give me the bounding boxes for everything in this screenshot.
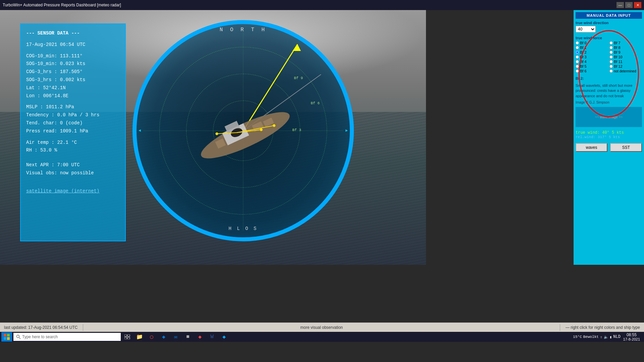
close-button[interactable]: ✕ <box>634 2 641 8</box>
sensor-cog10: COG-10_min: 113.111° <box>26 52 120 60</box>
sensor-tendency: Tendency : 0.0 hPa / 3 hrs <box>26 111 120 119</box>
task-view-button[interactable] <box>122 332 133 342</box>
volume-icon: 🔈 <box>604 335 608 339</box>
system-tray: 15°C Bewolkt ⇧ 🔈 ▮ NLD <box>573 335 620 339</box>
wave-image-placeholder: ~~ wave image ~~ <box>576 107 642 127</box>
waves-button[interactable]: waves <box>576 143 607 152</box>
manual-data-panel: MANUAL DATA INPUT true wind direction 40… <box>574 10 644 265</box>
sensor-sog10: SOG-10_min: 0.023 kts <box>26 60 120 68</box>
taskbar-search-box[interactable]: Type here to search <box>13 333 121 341</box>
sst-button[interactable]: SST <box>610 143 642 152</box>
bf7-option[interactable]: Bf 7 <box>609 41 642 45</box>
sensor-air-temp: Air temp : 22.1 °C <box>26 139 120 147</box>
svg-rect-28 <box>127 337 130 339</box>
radar-area: N O R T H H L O S Bf 9 Bf 6 Bf 3 ◄ ► <box>132 20 354 241</box>
sensor-mslp: MSLP : 1011.2 hPa <box>26 103 120 111</box>
svg-rect-27 <box>124 337 127 339</box>
sensor-cog3: COG-3_hrs : 187.505° <box>26 68 120 76</box>
bf9-option[interactable]: Bf 9 <box>609 50 642 54</box>
taskbar: Type here to search 📁 ◯ ◆ ✉ ■ ◆ W ◆ 15°C… <box>0 332 644 342</box>
app5-icon[interactable]: ■ <box>182 332 193 342</box>
task-view-icon <box>124 335 130 339</box>
rel-wind-display: rel.wind: 317° 5 kts <box>576 135 642 139</box>
sensor-tend-char: Tend. char: 0 (code) <box>26 119 120 127</box>
bf1-option[interactable]: Bf 1 <box>576 46 608 50</box>
minimize-button[interactable]: — <box>616 2 624 8</box>
search-icon <box>16 335 21 339</box>
svg-rect-26 <box>127 335 130 337</box>
start-button[interactable] <box>1 332 12 342</box>
svg-line-24 <box>19 338 20 339</box>
statusbar: last updated: 17-Aug-2021 06:54:54 UTC m… <box>0 322 644 332</box>
title-text: TurboWin+ Automated Pressure Reports Das… <box>3 3 121 7</box>
bf-radio-group: Bf 0 Bf 7 Bf 1 Bf 8 Bf 2 Bf 9 Bf 3 Bf 10… <box>576 41 642 73</box>
wind-dir-select[interactable]: 40 0 10 20 30 50 60 90 120 180 270 360 <box>576 26 596 33</box>
turbowin-icon[interactable]: ◆ <box>219 332 229 342</box>
sensor-datetime: 17-Aug-2021 06:54 UTC <box>26 41 120 49</box>
edge-icon[interactable]: ◆ <box>158 332 169 342</box>
taskbar-right-area: 15°C Bewolkt ⇧ 🔈 ▮ NLD 08:55 17-8-2021 <box>573 333 643 341</box>
manual-data-header: MANUAL DATA INPUT <box>576 12 642 19</box>
wind-force-label: true wind force <box>576 36 642 40</box>
bf8-option[interactable]: Bf 8 <box>609 46 642 50</box>
sensor-visual-obs: Visual obs: now possible <box>26 169 120 177</box>
bf11-option[interactable]: Bf 11 <box>609 60 642 64</box>
bf-description-area: Bf 2: Small wavelets, still short but mo… <box>576 76 642 99</box>
satellite-link[interactable]: satellite image (internet) <box>26 188 99 194</box>
bf3-option[interactable]: Bf 3 <box>576 55 608 59</box>
status-separator-1 <box>83 324 83 331</box>
sensor-rh: RH : 53.0 % <box>26 146 120 155</box>
outlook-icon[interactable]: ✉ <box>170 332 181 342</box>
status-last-updated: last updated: 17-Aug-2021 06:54:54 UTC <box>0 325 82 330</box>
bf10-option[interactable]: Bf 10 <box>609 55 642 59</box>
sensor-sog3: SOG-3_hrs : 0.002 kts <box>26 76 120 84</box>
image-credit: Image © G.J. Simpson <box>576 101 642 104</box>
battery-icon: ▮ <box>610 335 612 339</box>
maximize-button[interactable]: □ <box>625 2 633 8</box>
wind-dir-label: true wind direction <box>576 21 642 25</box>
svg-rect-22 <box>7 337 10 340</box>
bf2-option[interactable]: Bf 2 <box>576 50 608 54</box>
taskbar-date-value: 17-8-2021 <box>623 337 640 341</box>
taskbar-time-value: 08:55 <box>623 333 640 337</box>
bf12-option[interactable]: Bf 12 <box>609 64 642 68</box>
bf-desc-text: Small wavelets, still short but more pro… <box>576 83 642 99</box>
svg-rect-25 <box>124 335 127 337</box>
svg-rect-19 <box>4 334 6 337</box>
sensor-press-read: Press read: 1009.1 hPa <box>26 127 120 135</box>
svg-rect-20 <box>7 334 10 337</box>
weather-temp: 15°C <box>573 335 582 339</box>
network-icon: ⇧ <box>600 335 602 339</box>
svg-rect-21 <box>4 337 6 340</box>
titlebar: TurboWin+ Automated Pressure Reports Das… <box>0 0 644 10</box>
bf6-option[interactable]: Bf 6 <box>576 69 608 73</box>
sensor-panel: --- SENSOR DATA --- 17-Aug-2021 06:54 UT… <box>20 23 126 241</box>
bottom-buttons: waves SST <box>576 143 642 152</box>
keyboard-lang: NLD <box>613 335 621 339</box>
sensor-header: --- SENSOR DATA --- <box>26 29 120 38</box>
svg-point-23 <box>17 335 19 338</box>
app6-icon[interactable]: ◆ <box>195 332 205 342</box>
sensor-lat: Lat : 52°42.1N <box>26 84 120 92</box>
bf5-option[interactable]: Bf 5 <box>576 64 608 68</box>
bf0-option[interactable]: Bf 0 <box>576 41 608 45</box>
bf-desc-title: Bf 2: <box>576 76 642 80</box>
status-separator-2 <box>560 324 560 331</box>
main-area: --- SENSOR DATA --- 17-Aug-2021 06:54 UT… <box>0 10 644 342</box>
window-controls: — □ ✕ <box>616 2 641 8</box>
status-right-msg: — right click for night colors and ship … <box>561 325 644 330</box>
status-center-msg: more visual observation <box>85 325 558 330</box>
windows-icon <box>4 334 10 340</box>
radar-ring: N O R T H H L O S Bf 9 Bf 6 Bf 3 ◄ ► <box>132 20 354 241</box>
explorer-icon[interactable]: 📁 <box>134 332 145 342</box>
true-wind-display: true wind: 40° 5 kts <box>576 130 642 135</box>
bf4-option[interactable]: Bf 4 <box>576 60 608 64</box>
sensor-lon: Lon : 006°14.8E <box>26 92 120 100</box>
search-placeholder: Type here to search <box>22 335 58 339</box>
bf-nd-option[interactable]: not determined <box>609 69 642 73</box>
svg-point-16 <box>215 132 219 136</box>
sensor-next-apr: Next APR : 7:00 UTC <box>26 161 120 169</box>
chrome-icon[interactable]: ◯ <box>146 332 157 342</box>
word-icon[interactable]: W <box>207 332 217 342</box>
taskbar-clock: 08:55 17-8-2021 <box>623 333 640 341</box>
